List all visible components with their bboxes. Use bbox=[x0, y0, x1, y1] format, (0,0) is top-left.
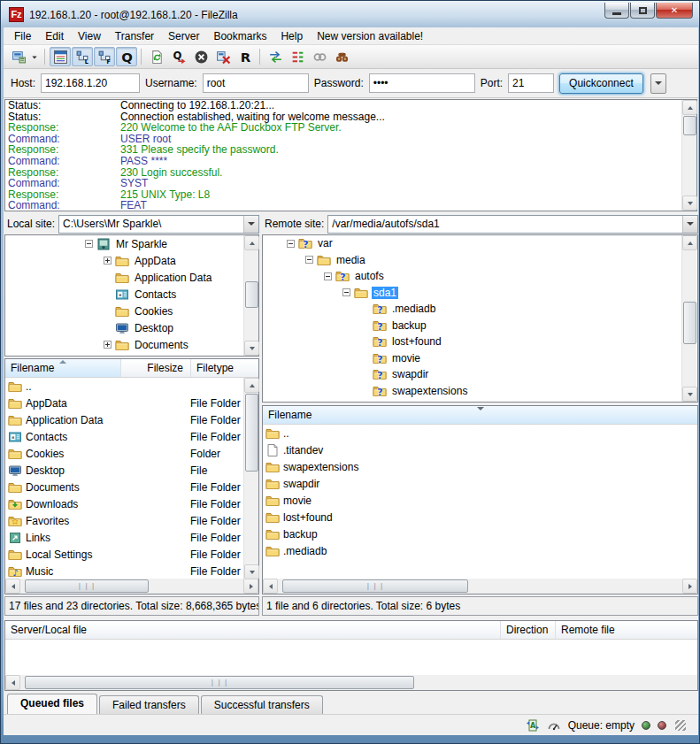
queue-tab[interactable]: Queued files bbox=[7, 694, 97, 714]
menu-item[interactable]: Server bbox=[161, 28, 206, 44]
scroll-right-button[interactable] bbox=[682, 579, 697, 594]
file-row[interactable]: Music File Folder bbox=[5, 563, 258, 579]
toolbar-button[interactable] bbox=[168, 47, 189, 66]
tree-item[interactable]: Desktop bbox=[5, 319, 258, 336]
toolbar-button[interactable] bbox=[72, 47, 93, 66]
toolbar-button[interactable] bbox=[235, 47, 256, 66]
tree-item[interactable]: Mr Sparkle bbox=[5, 235, 258, 252]
tree-expander[interactable] bbox=[104, 257, 112, 265]
scroll-up-button[interactable] bbox=[682, 235, 697, 250]
menu-item[interactable]: Transfer bbox=[108, 28, 161, 44]
file-row[interactable]: .mediadb bbox=[263, 542, 697, 559]
toolbar-button[interactable] bbox=[287, 47, 308, 66]
file-row[interactable]: AppData File Folder bbox=[5, 395, 258, 411]
file-row[interactable]: movie bbox=[263, 492, 697, 509]
tree-item[interactable]: lost+found bbox=[263, 334, 697, 350]
tree-expander[interactable] bbox=[305, 256, 313, 264]
column-header-filesize[interactable]: Filesize bbox=[121, 359, 191, 377]
maximize-button[interactable] bbox=[630, 3, 655, 19]
menu-item[interactable]: Edit bbox=[38, 28, 71, 44]
remote-tree-scrollbar[interactable] bbox=[681, 235, 696, 402]
port-input[interactable] bbox=[508, 73, 554, 93]
close-button[interactable]: ✕ bbox=[656, 3, 693, 19]
menu-item[interactable]: View bbox=[71, 28, 108, 44]
scrollbar-thumb[interactable] bbox=[245, 394, 258, 472]
tree-item[interactable]: AppData bbox=[5, 252, 258, 269]
scrollbar-thumb[interactable]: ❘❘❘ bbox=[282, 579, 468, 593]
log-scrollbar[interactable] bbox=[681, 100, 696, 211]
toolbar-button[interactable] bbox=[138, 47, 145, 66]
tree-item[interactable]: Application Data bbox=[5, 269, 258, 286]
tree-expander[interactable] bbox=[104, 341, 112, 349]
tree-item[interactable]: .mediadb bbox=[263, 301, 697, 318]
local-list-scrollbar[interactable] bbox=[243, 378, 258, 579]
file-row[interactable]: .. bbox=[5, 378, 258, 395]
tree-item[interactable]: movie bbox=[263, 350, 697, 367]
scroll-down-button[interactable] bbox=[682, 387, 697, 402]
file-row[interactable]: Contacts File Folder bbox=[5, 428, 258, 445]
toolbar-button[interactable] bbox=[8, 47, 29, 66]
remote-list-hscrollbar[interactable]: ❘❘❘ bbox=[263, 579, 697, 594]
scroll-left-button[interactable] bbox=[5, 675, 20, 690]
tree-item[interactable]: var bbox=[263, 235, 697, 252]
local-tree-scrollbar[interactable] bbox=[243, 235, 258, 356]
tree-item[interactable]: dvd bbox=[263, 399, 697, 403]
speed-limits-icon[interactable] bbox=[547, 718, 561, 732]
file-row[interactable]: Application Data File Folder bbox=[5, 411, 258, 428]
menu-item[interactable]: File bbox=[7, 28, 38, 44]
tree-item[interactable]: swapdir bbox=[263, 366, 697, 383]
tree-item[interactable]: backup bbox=[263, 318, 697, 334]
local-list-hscrollbar[interactable]: ❘❘❘ bbox=[5, 579, 258, 594]
toolbar-button[interactable] bbox=[309, 47, 330, 66]
file-row[interactable]: Desktop File bbox=[5, 462, 258, 479]
scrollbar-thumb[interactable]: ❘❘❘ bbox=[25, 579, 149, 593]
queue-tab[interactable]: Successful transfers bbox=[201, 695, 323, 714]
tree-item[interactable]: Contacts bbox=[5, 286, 258, 303]
tree-item[interactable]: media bbox=[263, 252, 697, 269]
file-row[interactable]: swapdir bbox=[263, 475, 697, 492]
tree-item[interactable]: Documents bbox=[5, 336, 258, 353]
remote-site-dropdown[interactable] bbox=[682, 216, 697, 233]
local-site-combobox[interactable]: C:\Users\Mr Sparkle\ bbox=[58, 215, 259, 234]
file-row[interactable]: Documents File Folder bbox=[5, 479, 258, 495]
file-row[interactable]: swapextensions bbox=[263, 458, 697, 475]
toolbar-button[interactable] bbox=[265, 47, 286, 66]
tree-expander[interactable] bbox=[85, 240, 93, 248]
file-row[interactable]: Local Settings File Folder bbox=[5, 546, 258, 563]
scroll-down-button[interactable] bbox=[244, 341, 259, 356]
toolbar-button[interactable] bbox=[190, 47, 212, 66]
scroll-right-button[interactable] bbox=[243, 579, 258, 594]
queue-hscrollbar[interactable]: ❘❘❘ bbox=[5, 675, 697, 690]
scrollbar-thumb[interactable] bbox=[683, 116, 696, 135]
file-row[interactable]: backup bbox=[263, 525, 697, 542]
toolbar-button[interactable] bbox=[146, 47, 167, 66]
local-site-dropdown[interactable] bbox=[243, 216, 258, 233]
file-row[interactable]: lost+found bbox=[263, 509, 697, 525]
minimize-button[interactable] bbox=[604, 3, 629, 19]
file-row[interactable]: Downloads File Folder bbox=[5, 495, 258, 512]
scroll-up-button[interactable] bbox=[244, 378, 259, 393]
column-header-filename[interactable]: Filename bbox=[5, 359, 121, 377]
scrollbar-thumb[interactable] bbox=[245, 281, 258, 308]
toolbar-button[interactable] bbox=[212, 47, 234, 66]
file-row[interactable]: Links File Folder bbox=[5, 529, 258, 546]
file-row[interactable]: .titandev bbox=[263, 441, 697, 458]
tree-item[interactable]: sda1 bbox=[263, 285, 697, 302]
toolbar-button[interactable] bbox=[94, 47, 115, 66]
scroll-up-button[interactable] bbox=[682, 100, 697, 115]
tree-expander[interactable] bbox=[287, 240, 295, 248]
username-input[interactable] bbox=[203, 73, 309, 93]
scroll-left-button[interactable] bbox=[263, 579, 278, 594]
quickconnect-dropdown-button[interactable] bbox=[650, 73, 666, 94]
file-row[interactable]: Cookies Folder bbox=[5, 445, 258, 462]
toolbar-button[interactable] bbox=[42, 47, 49, 66]
column-header-direction[interactable]: Direction bbox=[501, 621, 556, 639]
scroll-up-button[interactable] bbox=[244, 235, 259, 250]
tree-item[interactable]: Downloads bbox=[5, 353, 258, 357]
toolbar-button[interactable] bbox=[50, 47, 71, 66]
toolbar-button[interactable] bbox=[257, 47, 264, 66]
file-row[interactable]: .. bbox=[263, 425, 697, 441]
column-header-filename[interactable]: Filename bbox=[263, 406, 697, 424]
menu-item[interactable]: Bookmarks bbox=[206, 28, 273, 44]
queue-tab[interactable]: Failed transfers bbox=[99, 695, 199, 714]
